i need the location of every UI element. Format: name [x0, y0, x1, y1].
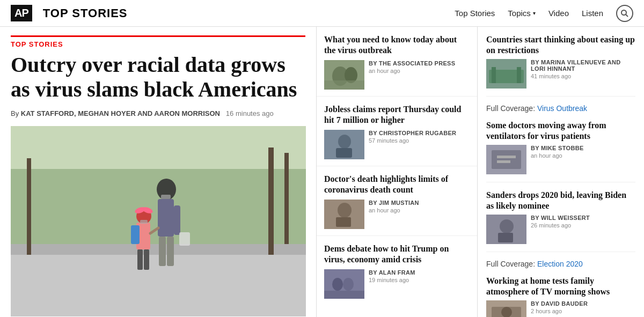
right-thumb-2 [486, 145, 526, 174]
story-byline-2: By CHRISTOPHER RUGABER 57 minutes ago [369, 130, 456, 144]
main-time: 16 minutes ago [226, 109, 274, 117]
svg-rect-8 [284, 153, 289, 244]
full-coverage-election: Full Coverage: Election 2020 [486, 260, 635, 268]
story-meta-3: By JIM MUSTIAN an hour ago [324, 200, 470, 235]
story-thumb-4 [324, 269, 364, 299]
byline-authors: KAT STAFFORD, MEGHAN HOYER and AARON MOR… [21, 109, 220, 117]
story-thumb-svg-4 [324, 269, 364, 299]
chevron-down-icon: ▾ [533, 10, 536, 16]
story-item: What you need to know today about the vi… [317, 27, 477, 97]
story-byline-1: By The Associated Press an hour ago [369, 60, 455, 74]
story-thumb-svg-1 [324, 60, 364, 90]
nav-top-stories[interactable]: Top Stories [455, 9, 495, 18]
svg-rect-38 [324, 291, 364, 299]
svg-rect-45 [497, 156, 516, 158]
story-byline-3: By JIM MUSTIAN an hour ago [369, 200, 419, 213]
svg-point-48 [500, 219, 514, 233]
right-thumb-svg-2 [486, 145, 526, 174]
nav-video[interactable]: Video [548, 9, 569, 18]
svg-rect-44 [492, 150, 521, 169]
right-thumb-svg-4 [486, 300, 526, 317]
svg-point-30 [338, 135, 351, 149]
full-coverage-link-virus[interactable]: Virus Outbreak [537, 104, 587, 113]
full-coverage-label-1: Full Coverage: [486, 104, 535, 113]
right-column: Countries start thinking about easing up… [478, 27, 644, 317]
section-label: TOP STORIES [11, 35, 305, 48]
svg-rect-23 [161, 195, 171, 199]
right-meta-2: By MIKE STOBBE an hour ago [486, 145, 635, 174]
svg-rect-14 [179, 232, 190, 246]
svg-rect-19 [131, 225, 140, 244]
svg-point-36 [332, 278, 343, 291]
right-author-4: By DAVID BAUDER [531, 300, 588, 307]
story-headline-4[interactable]: Dems debate how to hit Trump on virus, e… [324, 244, 470, 265]
svg-rect-49 [498, 233, 513, 242]
main-byline: By KAT STAFFORD, MEGHAN HOYER and AARON … [11, 109, 305, 117]
byline-prefix: By [11, 109, 19, 117]
main-image [11, 126, 306, 316]
story-meta-1: By The Associated Press an hour ago [324, 60, 470, 96]
story-thumb-svg-3 [324, 200, 364, 229]
svg-rect-28 [324, 80, 364, 90]
svg-point-0 [621, 10, 626, 15]
right-byline-2: By MIKE STOBBE an hour ago [531, 145, 584, 159]
svg-rect-18 [144, 249, 149, 270]
story-headline-3[interactable]: Doctor's death highlights limits of coro… [324, 174, 470, 195]
topics-label: Topics [508, 9, 531, 18]
right-meta-4: By DAVID BAUDER 2 hours ago [486, 300, 635, 317]
story-time-4: 19 minutes ago [369, 277, 415, 283]
story-author-4: By ALAN FRAM [369, 269, 415, 276]
full-coverage-virus: Full Coverage: Virus Outbreak [486, 104, 635, 113]
right-meta-1: By MARINA VILLENUEVE AND LORI HINNANT 41… [486, 59, 635, 89]
svg-line-1 [626, 14, 628, 17]
story-meta-2: By CHRISTOPHER RUGABER 57 minutes ago [324, 130, 470, 166]
search-button[interactable] [616, 5, 633, 22]
svg-rect-5 [11, 255, 306, 316]
story-headline-2[interactable]: Jobless claims report Thursday could hit… [324, 104, 470, 126]
nav-topics[interactable]: Topics ▾ [508, 9, 536, 18]
main-image-svg [11, 126, 306, 316]
right-headline-2[interactable]: Some doctors moving away from ventilator… [486, 120, 635, 142]
header-title: TOP STORIES [43, 6, 455, 20]
mid-column: What you need to know today about the vi… [317, 27, 478, 317]
svg-rect-31 [336, 148, 352, 158]
right-author-1: By MARINA VILLENUEVE AND LORI HINNANT [531, 59, 635, 72]
right-headline-1[interactable]: Countries start thinking about easing up… [486, 34, 635, 56]
ap-logo[interactable]: AP [11, 5, 32, 21]
svg-rect-13 [174, 205, 180, 235]
right-byline-3: By WILL WEISSERT 26 minutes ago [531, 215, 590, 228]
story-thumb-svg-2 [324, 130, 364, 159]
svg-point-33 [338, 203, 352, 218]
svg-rect-42 [517, 67, 521, 83]
story-item-2: Jobless claims report Thursday could hit… [317, 97, 477, 166]
svg-rect-10 [158, 199, 174, 237]
svg-rect-41 [492, 67, 496, 83]
svg-rect-17 [137, 249, 143, 270]
right-story-4: Working at home tests family atmosphere … [486, 276, 635, 317]
story-thumb-3 [324, 200, 364, 229]
story-thumb-2 [324, 130, 364, 159]
story-headline-1[interactable]: What you need to know today about the vi… [324, 34, 470, 56]
right-thumb-4 [486, 300, 526, 317]
right-time-2: an hour ago [531, 152, 584, 159]
story-author-3: By JIM MUSTIAN [369, 200, 419, 206]
right-time-4: 2 hours ago [531, 308, 588, 314]
story-item-3: Doctor's death highlights limits of coro… [317, 166, 477, 236]
right-time-3: 26 minutes ago [531, 222, 590, 228]
right-author-3: By WILL WEISSERT [531, 215, 590, 221]
right-author-2: By MIKE STOBBE [531, 145, 584, 151]
full-coverage-link-election[interactable]: Election 2020 [537, 260, 583, 268]
story-author-1: By The Associated Press [369, 60, 455, 67]
main-headline[interactable]: Outcry over racial data grows as virus s… [11, 53, 305, 102]
story-thumb-1 [324, 60, 364, 90]
nav-listen[interactable]: Listen [582, 9, 603, 18]
svg-rect-46 [497, 160, 510, 163]
right-thumb-1 [486, 59, 526, 89]
svg-rect-7 [268, 148, 274, 255]
story-byline-4: By ALAN FRAM 19 minutes ago [369, 269, 415, 283]
svg-rect-12 [167, 237, 174, 266]
svg-rect-34 [336, 217, 351, 227]
right-headline-3[interactable]: Sanders drops 2020 bid, leaving Biden as… [486, 190, 635, 211]
right-headline-4[interactable]: Working at home tests family atmosphere … [486, 276, 635, 297]
story-time-2: 57 minutes ago [369, 137, 456, 144]
